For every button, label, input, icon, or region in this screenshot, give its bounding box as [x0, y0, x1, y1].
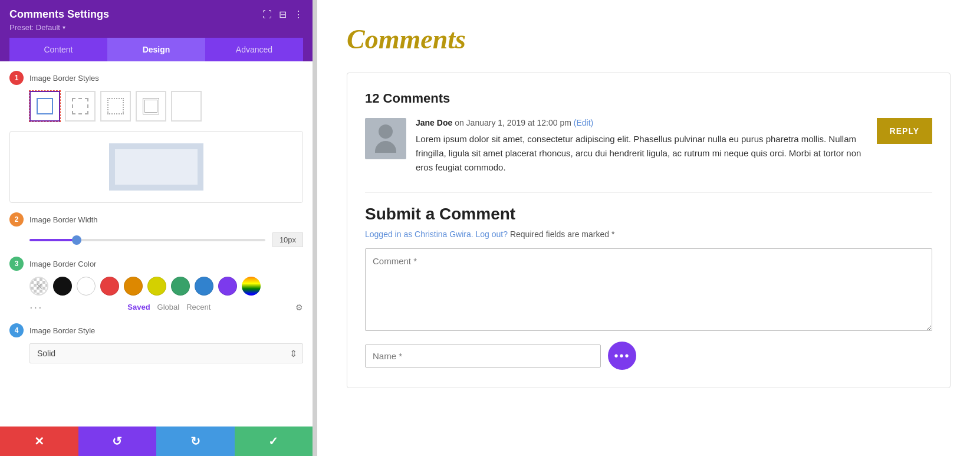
color-tab-recent[interactable]: Recent [186, 303, 211, 311]
color-black-swatch[interactable] [53, 277, 72, 296]
border-preview [9, 131, 303, 203]
panel-title: Comments Settings [9, 8, 109, 21]
submit-section: Submit a Comment Logged in as Christina … [365, 192, 932, 370]
section3-badge: 3 [9, 257, 24, 271]
preset-label[interactable]: Preset: Default [9, 23, 60, 32]
border-style-dotted[interactable] [100, 91, 131, 122]
slider-value[interactable]: 10px [272, 232, 303, 247]
none-border-icon [178, 98, 195, 114]
solid-border-icon [37, 98, 53, 114]
preview-panel: Comments 12 Comments Jane Doe on January… [317, 0, 980, 456]
color-tab-labels: Saved Global Recent [127, 303, 211, 311]
section3-header: 3 Image Border Color [9, 257, 303, 271]
bottom-toolbar: ✕ ↺ ↻ ✓ [0, 427, 313, 456]
border-style-none[interactable] [171, 91, 202, 122]
panel-header: Comments Settings ⛶ ⊟ ⋮ Preset: Default … [0, 0, 313, 61]
comment-author: Jane Doe [416, 118, 452, 127]
comment-text: Lorem ipsum dolor sit amet, consectetur … [416, 132, 867, 175]
logged-in-link[interactable]: Logged in as Christina Gwira. Log out? [365, 229, 510, 239]
border-style-dashed[interactable] [65, 91, 96, 122]
avatar-head [379, 124, 393, 139]
section3-row: 3 Image Border Color ✕ ··· Saved [9, 257, 303, 314]
comments-count: 12 Comments [365, 91, 932, 106]
tab-design[interactable]: Design [107, 38, 205, 61]
color-orange-swatch[interactable] [124, 277, 143, 296]
preset-arrow-icon: ▾ [63, 24, 65, 31]
comment-textarea[interactable] [365, 248, 932, 331]
cancel-button[interactable]: ✕ [0, 427, 78, 456]
section4-label: Image Border Style [29, 326, 95, 335]
color-tab-global[interactable]: Global [157, 303, 180, 311]
color-more-icon[interactable]: ··· [29, 300, 43, 314]
slider-track[interactable] [29, 239, 265, 241]
border-style-dropdown-wrapper: Solid Dashed Dotted Double None ⇕ [29, 343, 303, 363]
dotted-border-icon [107, 98, 124, 114]
border-style-solid[interactable] [29, 91, 60, 122]
section3-label: Image Border Color [29, 260, 96, 268]
floating-action-button[interactable]: ••• [608, 342, 636, 370]
undo-button[interactable]: ↺ [78, 427, 157, 456]
header-icons: ⛶ ⊟ ⋮ [262, 9, 303, 20]
more-icon[interactable]: ⋮ [294, 9, 303, 20]
comment-item: Jane Doe on January 1, 2019 at 12:00 pm … [365, 118, 932, 175]
dashed-border-icon [72, 98, 88, 114]
color-transparent-swatch[interactable]: ✕ [29, 277, 48, 296]
section2-badge: 2 [9, 212, 24, 227]
slider-thumb[interactable] [72, 235, 81, 245]
color-rainbow-swatch[interactable] [238, 273, 264, 299]
color-white-swatch[interactable] [77, 277, 96, 296]
comment-content: Jane Doe on January 1, 2019 at 12:00 pm … [416, 118, 867, 175]
required-fields-text: Required fields are marked * [510, 229, 614, 239]
floating-dots-icon: ••• [614, 350, 630, 362]
section1-badge: 1 [9, 71, 24, 85]
color-purple-swatch[interactable] [218, 277, 237, 296]
name-row: ••• [365, 342, 932, 370]
tab-advanced[interactable]: Advanced [205, 38, 303, 61]
preview-inner-box [109, 143, 203, 191]
color-tab-saved[interactable]: Saved [127, 303, 150, 311]
section2-row: 2 Image Border Width 10px [9, 212, 303, 247]
settings-panel: Comments Settings ⛶ ⊟ ⋮ Preset: Default … [0, 0, 313, 456]
tab-bar: Content Design Advanced [9, 38, 303, 61]
tab-content[interactable]: Content [9, 38, 107, 61]
save-button[interactable]: ✓ [235, 427, 313, 456]
columns-icon[interactable]: ⊟ [279, 9, 287, 20]
color-blue-swatch[interactable] [195, 277, 213, 296]
color-yellow-swatch[interactable] [147, 277, 166, 296]
border-style-double[interactable] [136, 91, 166, 122]
avatar-body [375, 141, 396, 153]
comments-container: 12 Comments Jane Doe on January 1, 2019 … [347, 73, 951, 388]
border-width-slider-control: 10px [29, 232, 303, 247]
color-settings-icon[interactable]: ⚙ [295, 303, 303, 312]
comment-date: on January 1, 2019 at 12:00 pm [455, 118, 571, 127]
section4-row: 4 Image Border Style Solid Dashed Dotted… [9, 323, 303, 363]
border-style-select[interactable]: Solid Dashed Dotted Double None [29, 343, 303, 363]
color-swatches: ✕ [29, 277, 303, 296]
redo-button[interactable]: ↻ [156, 427, 235, 456]
section4-header: 4 Image Border Style [9, 323, 303, 337]
color-red-swatch[interactable] [100, 277, 119, 296]
reply-button[interactable]: REPLY [877, 118, 932, 144]
section1-label: Image Border Styles [29, 74, 99, 83]
comments-heading: Comments [347, 24, 951, 55]
section1-header: 1 Image Border Styles [9, 71, 303, 85]
name-input[interactable] [365, 345, 601, 368]
section4-badge: 4 [9, 323, 24, 337]
double-border-icon [143, 98, 159, 114]
border-styles-grid [29, 91, 303, 122]
panel-divider [313, 0, 317, 456]
comment-edit-link[interactable]: (Edit) [574, 118, 593, 127]
avatar [365, 118, 406, 159]
section2-label: Image Border Width [29, 215, 98, 224]
color-green-swatch[interactable] [171, 277, 190, 296]
section2-header: 2 Image Border Width [9, 212, 303, 227]
submit-title: Submit a Comment [365, 205, 932, 224]
slider-fill [29, 239, 77, 241]
color-tabs-row: ··· Saved Global Recent ⚙ [29, 300, 303, 314]
panel-body: 1 Image Border Styles [0, 61, 313, 427]
avatar-figure [375, 124, 396, 153]
comment-meta: Jane Doe on January 1, 2019 at 12:00 pm … [416, 118, 867, 127]
submit-meta: Logged in as Christina Gwira. Log out? R… [365, 229, 932, 239]
expand-icon[interactable]: ⛶ [262, 9, 272, 20]
